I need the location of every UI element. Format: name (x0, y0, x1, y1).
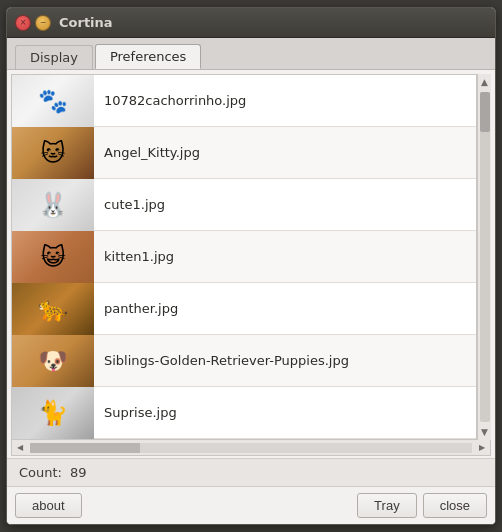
thumb-icon: 🐆 (12, 283, 94, 335)
tray-button[interactable]: Tray (357, 493, 417, 518)
titlebar: × − Cortina (7, 8, 495, 38)
thumb-icon: 🐱 (12, 127, 94, 179)
list-item[interactable]: 🐾 10782cachorrinho.jpg (12, 75, 476, 127)
file-name: cute1.jpg (94, 197, 165, 212)
list-item[interactable]: 🐶 Siblings-Golden-Retriever-Puppies.jpg (12, 335, 476, 387)
file-name: panther.jpg (94, 301, 178, 316)
hscroll-left-arrow[interactable]: ◀ (12, 440, 28, 456)
scroll-down-arrow[interactable]: ▼ (478, 424, 492, 440)
thumbnail: 🐶 (12, 335, 94, 387)
thumbnail: 🐰 (12, 179, 94, 231)
list-item[interactable]: 😺 kitten1.jpg (12, 231, 476, 283)
thumb-icon: 🐈 (12, 387, 94, 439)
list-item[interactable]: 🐈 Suprise.jpg (12, 387, 476, 439)
thumb-icon: 🐾 (12, 75, 94, 127)
count-bar: Count: 89 (7, 458, 495, 486)
hscroll-track[interactable] (30, 443, 472, 453)
bottom-bar: about Tray close (7, 486, 495, 524)
file-name: Suprise.jpg (94, 405, 177, 420)
close-button[interactable]: close (423, 493, 487, 518)
file-name: Angel_Kitty.jpg (94, 145, 200, 160)
hscroll-right-arrow[interactable]: ▶ (474, 440, 490, 456)
list-item[interactable]: 🐱 Angel_Kitty.jpg (12, 127, 476, 179)
window-title: Cortina (59, 15, 113, 30)
horizontal-scrollbar[interactable]: ◀ ▶ (11, 440, 491, 456)
scroll-up-arrow[interactable]: ▲ (478, 74, 492, 90)
bottom-right-buttons: Tray close (357, 493, 487, 518)
thumb-icon: 🐰 (12, 179, 94, 231)
main-window: × − Cortina Display Preferences ▲ ▼ (6, 7, 496, 525)
thumbnail: 🐾 (12, 75, 94, 127)
tab-display[interactable]: Display (15, 45, 93, 69)
scroll-thumb[interactable] (480, 92, 490, 132)
tab-preferences[interactable]: Preferences (95, 44, 201, 69)
file-name: Siblings-Golden-Retriever-Puppies.jpg (94, 353, 349, 368)
list-item[interactable]: 🐆 panther.jpg (12, 283, 476, 335)
close-window-button[interactable]: × (15, 15, 31, 31)
count-label: Count: (19, 465, 62, 480)
thumbnail: 🐱 (12, 127, 94, 179)
thumbnail: 🐆 (12, 283, 94, 335)
thumbnail: 🐈 (12, 387, 94, 439)
file-name: 10782cachorrinho.jpg (94, 93, 246, 108)
thumbnail: 😺 (12, 231, 94, 283)
file-list: 🐾 10782cachorrinho.jpg 🐱 Angel_Kitty.jpg… (11, 74, 477, 440)
content-area: ▲ ▼ 🐾 10782cachorrinho.jpg 🐱 (7, 70, 495, 524)
thumb-icon: 😺 (12, 231, 94, 283)
minimize-window-button[interactable]: − (35, 15, 51, 31)
hscroll-thumb[interactable] (30, 443, 140, 453)
tab-bar: Display Preferences (7, 38, 495, 70)
about-button[interactable]: about (15, 493, 82, 518)
list-outer: ▲ ▼ 🐾 10782cachorrinho.jpg 🐱 (11, 74, 491, 440)
vertical-scrollbar[interactable]: ▲ ▼ (477, 74, 491, 440)
window-controls: × − (15, 15, 51, 31)
count-value: 89 (70, 465, 87, 480)
list-item[interactable]: 🐰 cute1.jpg (12, 179, 476, 231)
thumb-icon: 🐶 (12, 335, 94, 387)
file-name: kitten1.jpg (94, 249, 174, 264)
